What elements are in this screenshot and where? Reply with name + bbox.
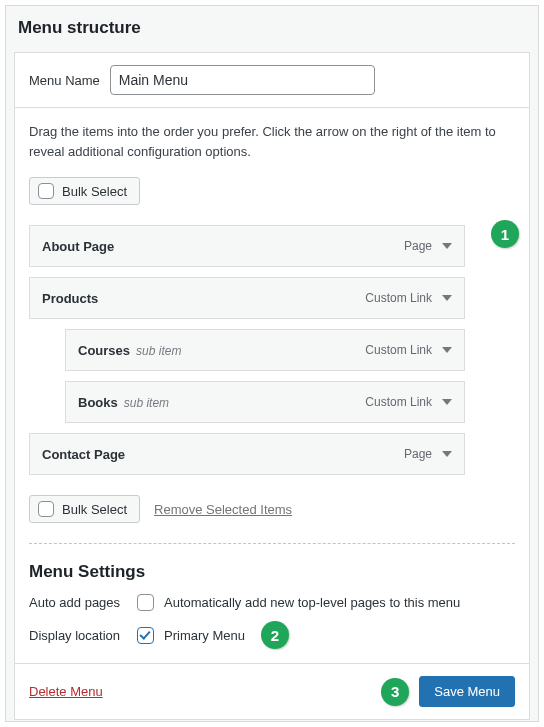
annotation-badge-1: 1 <box>491 220 519 248</box>
remove-selected-link[interactable]: Remove Selected Items <box>154 502 292 517</box>
menu-panel: Menu Name Drag the items into the order … <box>14 52 530 720</box>
menu-item-sub[interactable]: Books sub item Custom Link <box>65 381 465 423</box>
menu-footer: Delete Menu 3 Save Menu <box>15 663 529 719</box>
menu-items-wrap: 1 About Page Page Products <box>29 225 515 475</box>
menu-item-type: Custom Link <box>365 395 432 409</box>
chevron-down-icon[interactable] <box>442 243 452 249</box>
sub-item-note: sub item <box>136 344 181 358</box>
menu-name-input[interactable] <box>110 65 375 95</box>
menu-item[interactable]: Contact Page Page <box>29 433 465 475</box>
chevron-down-icon[interactable] <box>442 399 452 405</box>
menu-name-label: Menu Name <box>29 73 100 88</box>
display-location-checkbox[interactable] <box>137 627 154 644</box>
checkbox-icon <box>38 183 54 199</box>
chevron-down-icon[interactable] <box>442 451 452 457</box>
page-title: Menu structure <box>6 6 538 52</box>
annotation-badge-2: 2 <box>261 621 289 649</box>
display-location-label: Display location <box>29 628 127 643</box>
menu-item-sub[interactable]: Courses sub item Custom Link <box>65 329 465 371</box>
auto-add-label: Auto add pages <box>29 595 127 610</box>
chevron-down-icon[interactable] <box>442 295 452 301</box>
menu-item[interactable]: About Page Page <box>29 225 465 267</box>
sub-item-note: sub item <box>124 396 169 410</box>
display-location-row: Display location Primary Menu 2 <box>29 621 515 649</box>
display-location-checkbox-label: Primary Menu <box>164 628 245 643</box>
menu-body: Drag the items into the order you prefer… <box>15 108 529 663</box>
auto-add-checkbox-label: Automatically add new top-level pages to… <box>164 595 460 610</box>
menu-name-row: Menu Name <box>15 53 529 108</box>
bulk-select-row-bottom: Bulk Select Remove Selected Items <box>29 495 515 523</box>
bulk-select-row-top: Bulk Select <box>29 177 515 205</box>
annotation-badge-3: 3 <box>381 678 409 706</box>
menu-item-title: Products <box>42 291 98 306</box>
chevron-down-icon[interactable] <box>442 347 452 353</box>
menu-item-title: Courses <box>78 343 130 358</box>
menu-item-title: Contact Page <box>42 447 125 462</box>
divider <box>29 543 515 544</box>
save-menu-button[interactable]: Save Menu <box>419 676 515 707</box>
bulk-select-label: Bulk Select <box>62 184 127 199</box>
auto-add-pages-row: Auto add pages Automatically add new top… <box>29 594 515 611</box>
bulk-select-label: Bulk Select <box>62 502 127 517</box>
menu-item-title: Books <box>78 395 118 410</box>
menu-item-type: Custom Link <box>365 343 432 357</box>
auto-add-checkbox[interactable] <box>137 594 154 611</box>
bulk-select-button[interactable]: Bulk Select <box>29 495 140 523</box>
bulk-select-button[interactable]: Bulk Select <box>29 177 140 205</box>
menu-item-type: Page <box>404 239 432 253</box>
menu-item[interactable]: Products Custom Link <box>29 277 465 319</box>
menu-settings-title: Menu Settings <box>29 562 515 582</box>
menu-structure-panel: Menu structure Menu Name Drag the items … <box>5 5 539 722</box>
delete-menu-link[interactable]: Delete Menu <box>29 684 103 699</box>
menu-items-list: About Page Page Products Custom Link <box>29 225 515 475</box>
menu-item-type: Custom Link <box>365 291 432 305</box>
menu-item-type: Page <box>404 447 432 461</box>
checkbox-icon <box>38 501 54 517</box>
menu-item-title: About Page <box>42 239 114 254</box>
instructions-text: Drag the items into the order you prefer… <box>29 122 515 161</box>
